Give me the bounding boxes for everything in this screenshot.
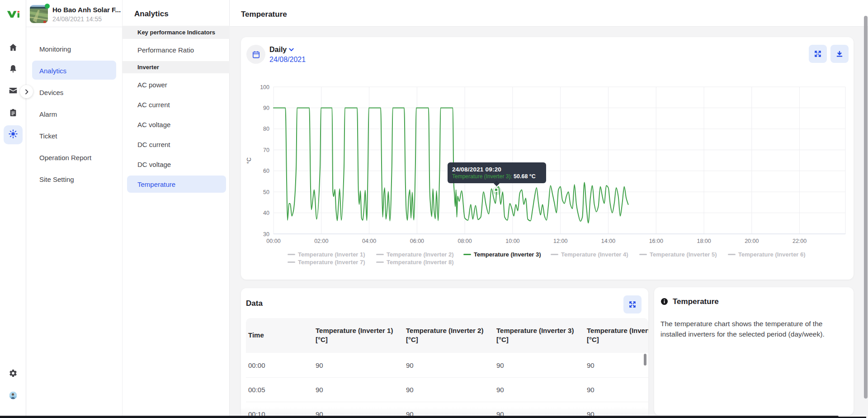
- svg-text:60: 60: [263, 168, 269, 174]
- svg-text:00:00: 00:00: [266, 238, 280, 244]
- svg-text:100: 100: [260, 84, 269, 90]
- svg-text:16:00: 16:00: [649, 238, 663, 244]
- svg-text:22:00: 22:00: [793, 238, 807, 244]
- svg-text:20:00: 20:00: [745, 238, 759, 244]
- svg-text:70: 70: [263, 147, 269, 153]
- svg-text:50: 50: [263, 189, 269, 195]
- svg-text:°C: °C: [246, 157, 252, 164]
- svg-text:80: 80: [263, 126, 269, 132]
- svg-text:08:00: 08:00: [458, 238, 472, 244]
- svg-text:12:00: 12:00: [553, 238, 567, 244]
- svg-text:14:00: 14:00: [601, 238, 615, 244]
- svg-text:04:00: 04:00: [362, 238, 376, 244]
- svg-text:30: 30: [263, 231, 269, 238]
- svg-text:40: 40: [263, 210, 269, 216]
- svg-text:02:00: 02:00: [314, 238, 328, 244]
- svg-text:18:00: 18:00: [697, 238, 711, 244]
- svg-text:06:00: 06:00: [410, 238, 424, 244]
- svg-text:90: 90: [263, 105, 269, 111]
- svg-text:10:00: 10:00: [505, 238, 519, 244]
